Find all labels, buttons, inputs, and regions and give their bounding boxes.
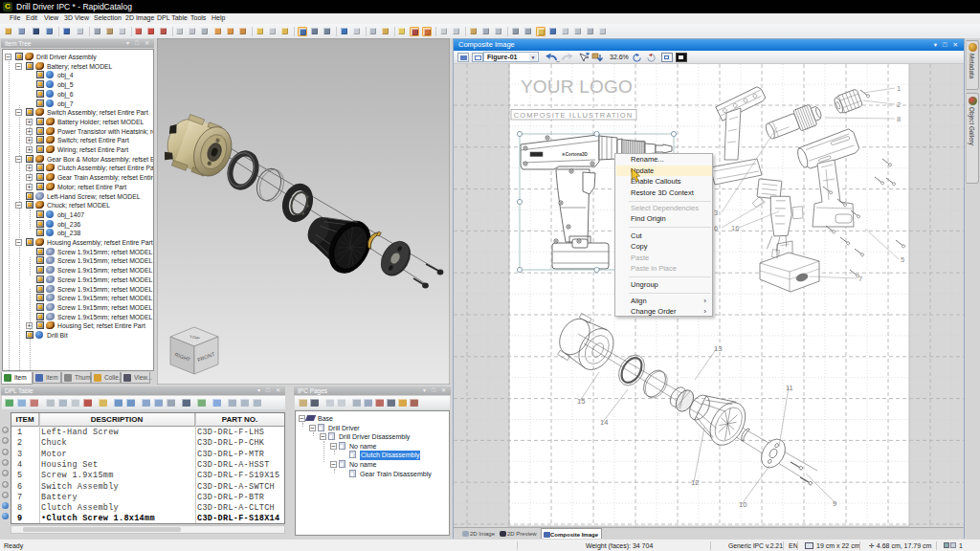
svg-text:16: 16 <box>731 224 739 232</box>
svg-text:✳Cortona3D: ✳Cortona3D <box>561 152 589 157</box>
svg-text:1: 1 <box>897 84 901 93</box>
svg-text:7: 7 <box>858 275 862 283</box>
svg-text:10: 10 <box>739 500 746 509</box>
svg-text:14: 14 <box>600 418 608 427</box>
svg-text:YOUR LOGO: YOUR LOGO <box>521 77 633 97</box>
svg-text:8: 8 <box>897 115 901 123</box>
svg-text:5: 5 <box>901 255 904 264</box>
svg-text:2: 2 <box>897 100 901 109</box>
svg-text:12: 12 <box>691 478 699 487</box>
svg-text:3: 3 <box>714 209 718 217</box>
svg-text:11: 11 <box>786 384 793 392</box>
svg-text:COMPOSITE ILLUSTRATION: COMPOSITE ILLUSTRATION <box>514 111 634 120</box>
svg-text:9: 9 <box>833 499 836 508</box>
svg-text:6: 6 <box>714 224 718 232</box>
svg-text:13: 13 <box>714 344 722 353</box>
svg-text:15: 15 <box>577 397 585 406</box>
